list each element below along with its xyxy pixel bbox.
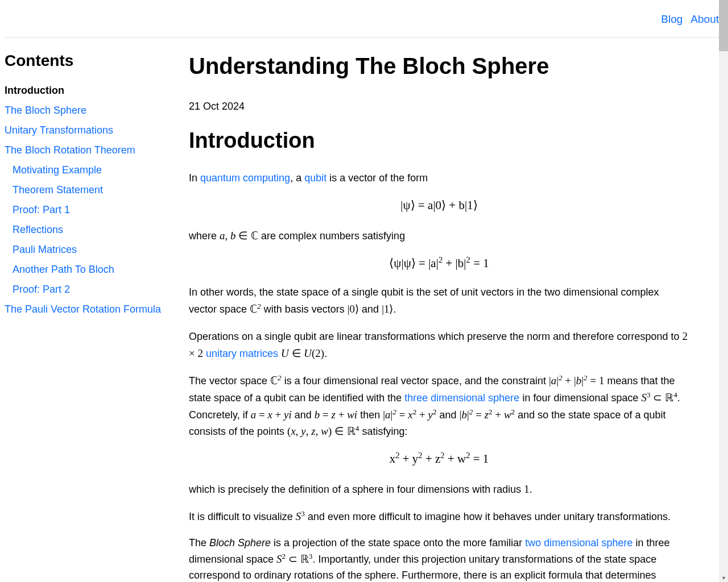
paragraph-4: Operations on a single qubit are linear …: [189, 328, 689, 362]
toc-item-bloch-sphere[interactable]: The Bloch Sphere: [5, 105, 86, 116]
link-qubit[interactable]: qubit: [304, 172, 326, 184]
toc-list: Introduction The Bloch Sphere Unitary Tr…: [5, 83, 175, 317]
scrollbar-arrow-down-icon[interactable]: ▾: [719, 573, 728, 582]
article-date: 21 Oct 2024: [189, 99, 689, 115]
toc-subitem-proof-part-2[interactable]: Proof: Part 2: [13, 284, 70, 295]
paragraph-7: It is difficult to visualize S3 and even…: [189, 508, 689, 525]
toc-subitem-proof-part-1[interactable]: Proof: Part 1: [13, 204, 70, 215]
link-three-dimensional-sphere[interactable]: three dimensional sphere: [404, 392, 519, 404]
section-heading-introduction: Introduction: [189, 124, 689, 157]
toc-subitem-another-path[interactable]: Another Path To Bloch: [13, 264, 114, 275]
toc-subitem-theorem-statement[interactable]: Theorem Statement: [13, 184, 103, 196]
scrollbar-vertical[interactable]: ▾: [719, 0, 728, 582]
toc-subitem-reflections[interactable]: Reflections: [13, 224, 63, 235]
toc-subitem-pauli-matrices[interactable]: Pauli Matrices: [13, 244, 77, 255]
article-main: Understanding The Bloch Sphere 21 Oct 20…: [189, 49, 701, 583]
term-bloch-sphere: Bloch Sphere: [209, 537, 271, 548]
scrollbar-thumb[interactable]: [719, 0, 728, 51]
toc-subitem-motivating-example[interactable]: Motivating Example: [13, 164, 102, 176]
nav-link-about[interactable]: About: [690, 11, 719, 28]
sidebar: Contents Introduction The Bloch Sphere U…: [5, 49, 175, 583]
link-unitary-matrices[interactable]: unitary matrices: [206, 348, 278, 359]
toc-item-pauli-vector-rotation[interactable]: The Pauli Vector Rotation Formula: [5, 304, 161, 315]
paragraph-5: The vector space ℂ2 is a four dimensiona…: [189, 372, 689, 440]
equation-sphere4d: x2 + y2 + z2 + w2 = 1: [189, 450, 689, 468]
toc-item-introduction[interactable]: Introduction: [5, 85, 64, 96]
link-quantum-computing[interactable]: quantum computing: [200, 172, 290, 184]
paragraph-1: In quantum computing, a qubit is a vecto…: [189, 171, 689, 186]
toc-heading: Contents: [5, 49, 175, 73]
paragraph-3: In other words, the state space of a sin…: [189, 285, 689, 318]
equation-norm: ⟨ψ|ψ⟩ = |a|2 + |b|2 = 1: [189, 255, 689, 273]
paragraph-8: The Bloch Sphere is a projection of the …: [189, 535, 689, 582]
link-two-dimensional-sphere[interactable]: two dimensional sphere: [525, 537, 632, 548]
page-title: Understanding The Bloch Sphere: [189, 49, 689, 83]
paragraph-6: which is precisely the definition of a s…: [189, 481, 689, 498]
paragraph-2: where a, b ∈ ℂ are complex numbers satis…: [189, 227, 689, 244]
top-nav: Blog About: [5, 5, 723, 38]
toc-item-bloch-rotation-theorem[interactable]: The Bloch Rotation Theorem: [5, 144, 135, 156]
toc-item-unitary-transformations[interactable]: Unitary Transformations: [5, 124, 113, 136]
nav-link-blog[interactable]: Blog: [661, 11, 682, 28]
equation-psi: |ψ⟩ = a|0⟩ + b|1⟩: [189, 197, 689, 215]
